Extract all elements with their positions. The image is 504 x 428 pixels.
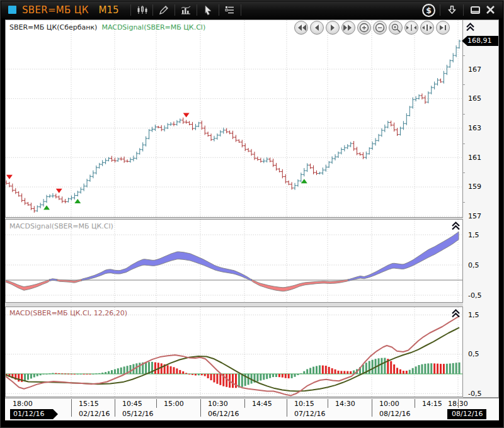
cursor-icon (202, 4, 214, 16)
macd-histogram-bar (108, 371, 110, 374)
macd-histogram-bar (130, 365, 132, 374)
nav-go-to-end-button[interactable] (436, 21, 450, 35)
price-panel-header: SBER=МБ ЦК(Сбербанк) MACDSignal(SBER=МБ … (9, 23, 205, 31)
dollar-icon: $ (421, 3, 435, 17)
price-minor-tick (463, 55, 465, 56)
app-icon (8, 6, 16, 14)
macd-histogram-bar (226, 374, 227, 387)
macd-histogram-bar (232, 374, 234, 388)
toolbar-candlestick-chart-button[interactable] (134, 3, 150, 17)
nav-zoom-in-button[interactable] (357, 21, 371, 35)
time-label: 14:30 (335, 400, 355, 408)
macd-histogram-bar (101, 373, 103, 374)
macd-plot[interactable] (6, 307, 462, 397)
close-icon (484, 3, 497, 16)
nav-zoom-select-button[interactable] (389, 21, 403, 35)
macd-histogram-bar (77, 374, 79, 374)
start-date-tag: 01/12/16 (10, 409, 58, 419)
macd-histogram-bar (346, 371, 348, 374)
window-restore-window-button[interactable] (467, 3, 483, 17)
macd-band-negative (6, 279, 50, 291)
nav-bar-spacing-button[interactable] (420, 21, 434, 35)
axis-tick (156, 399, 157, 408)
price-minor-tick (463, 172, 465, 173)
axis-tick (200, 399, 201, 417)
macdsignal-panel[interactable]: MACDSignal(SBER=МБ ЦК.Cl) (5, 219, 463, 303)
price-axis[interactable]: 1671651631611591571,50,5-0,51,50,5-0,5 (463, 20, 499, 398)
macd-histogram-bar (61, 373, 63, 374)
macd-histogram-bar (294, 374, 296, 377)
macdsignal-plot[interactable] (6, 220, 462, 302)
macd-histogram-bar (40, 374, 42, 375)
price-panel[interactable]: SBER=МБ ЦК(Сбербанк) MACDSignal(SBER=МБ … (5, 20, 463, 218)
macd-histogram-bar (260, 374, 261, 381)
go-to-end-icon (437, 22, 449, 33)
macd-tick-label: 0,5 (468, 350, 479, 359)
collapse-panel-chevron[interactable] (451, 221, 461, 233)
date-axis[interactable]: 01/12/16 08/12/16 02/12/1605/12/1606/12/… (5, 409, 499, 420)
macd-histogram-bar (266, 374, 268, 379)
price-plot[interactable] (6, 20, 462, 217)
toolbar-indicator-panel-button[interactable] (178, 3, 194, 17)
collapse-panel-chevron[interactable] (466, 22, 475, 34)
zoom-in-icon (358, 22, 370, 33)
axis-tick (244, 399, 245, 408)
macd-histogram-bar (452, 363, 454, 374)
axis-tick (328, 399, 328, 408)
macd-histogram-bar (27, 374, 29, 380)
macd-panel[interactable]: MACD(SBER=МБ ЦК.Cl, 12,26,20) (5, 307, 463, 397)
macd-histogram-bar (95, 373, 97, 374)
macd-histogram-bar (67, 374, 69, 374)
time-label: 18:00 (13, 400, 33, 408)
title-bar[interactable]: SBER=МБ ЦК M15 $ (1, 1, 503, 18)
macd-histogram-bar (263, 374, 265, 380)
window-download-arrow-button[interactable] (444, 3, 459, 17)
window-close-button[interactable] (483, 3, 498, 17)
window-buttons: $ (421, 3, 498, 17)
collapse-panel-chevron[interactable] (451, 308, 461, 320)
toolbar-legend-button[interactable] (222, 3, 238, 17)
nav-step-forward-button[interactable] (326, 21, 340, 35)
macd-histogram-bar (424, 364, 426, 374)
time-axis[interactable]: 18:0015:1510:4515:0010:3014:4510:1514:30… (5, 398, 499, 409)
candlestick-chart-icon (136, 4, 147, 16)
price-tick-label: 163 (468, 124, 481, 133)
macd-histogram-bar (372, 360, 374, 374)
window-dollar-button[interactable]: $ (421, 3, 436, 17)
macd-histogram-bar (207, 374, 209, 378)
toolbar-cursor-button[interactable] (200, 3, 216, 17)
macd-histogram-bar (384, 358, 386, 374)
download-arrow-icon (445, 4, 458, 16)
macd-histogram-bar (427, 363, 429, 374)
nav-compress-horizontal-button[interactable] (404, 21, 418, 35)
macd-histogram-bar (269, 374, 271, 378)
step-back-icon (311, 22, 323, 33)
toolbar-pencil-button[interactable] (156, 3, 172, 17)
macd-histogram-bar (415, 366, 417, 374)
macd-histogram-bar (179, 370, 181, 374)
axis-tick (415, 399, 415, 408)
restore-window-icon (469, 3, 482, 16)
macd-histogram-bar (71, 374, 72, 374)
macd-histogram-bar (430, 363, 432, 374)
macd-histogram-bar (285, 374, 287, 378)
compress-horizontal-icon (406, 22, 417, 33)
time-label: 10:45 (122, 400, 142, 408)
nav-zoom-out-button[interactable] (373, 21, 387, 35)
nav-fast-forward-button[interactable] (341, 21, 355, 35)
macd-histogram-bar (248, 374, 249, 385)
macd-histogram-bar (390, 361, 392, 374)
macd-histogram-bar (161, 363, 163, 374)
signal-tick-label: 0,5 (468, 261, 479, 270)
macd-histogram-bar (381, 358, 382, 374)
nav-step-back-button[interactable] (310, 21, 324, 35)
sell-marker (6, 175, 13, 179)
price-tick-label: 159 (468, 183, 481, 191)
time-label: 14:15 (422, 400, 442, 408)
macd-histogram-bar (173, 367, 175, 374)
nav-fast-back-button[interactable] (294, 21, 308, 35)
macd-histogram-bar (291, 374, 293, 378)
macd-histogram-bar (58, 373, 60, 374)
signal-tick-label: -0,5 (468, 291, 481, 300)
macd-histogram-bar (300, 373, 302, 374)
